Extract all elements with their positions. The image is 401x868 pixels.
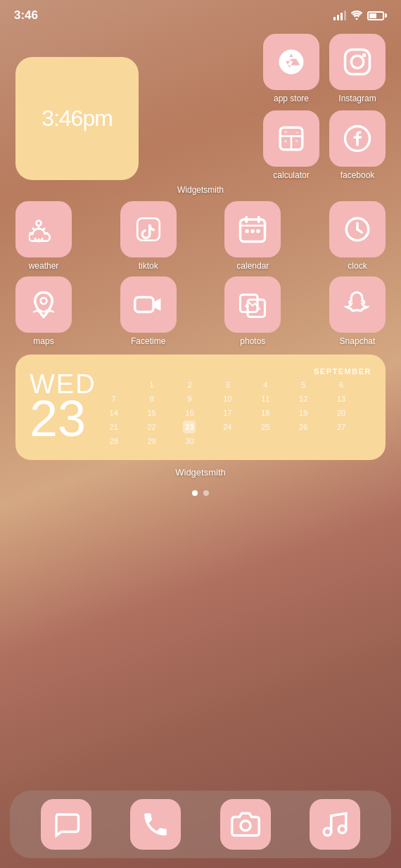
svg-rect-28 (248, 300, 265, 317)
page-dot-1[interactable] (192, 490, 198, 496)
cal-day-12: 12 (297, 392, 310, 405)
cal-day-18: 18 (259, 407, 272, 419)
cal-day-6: 6 (335, 378, 348, 391)
cal-day-1: 1 (146, 378, 158, 391)
cal-day-15: 15 (146, 407, 158, 419)
app-item-maps[interactable]: maps (15, 276, 72, 346)
widgetsmith-large[interactable]: 3:46pm (15, 57, 139, 180)
svg-rect-1 (345, 50, 370, 75)
cal-day-24: 24 (221, 421, 234, 433)
svg-point-24 (356, 228, 359, 231)
home-screen: 3:46pm app store (0, 27, 401, 786)
cal-day-9: 9 (183, 392, 196, 405)
widgetsmith-calendar[interactable]: WED 23 SEPTEMBER 12345678910111213141516… (15, 355, 386, 460)
svg-point-3 (362, 53, 366, 57)
calendar-icon-bg (224, 201, 281, 257)
tiktok-icon-bg (120, 201, 177, 257)
cal-day-30: 30 (183, 435, 196, 447)
svg-rect-18 (246, 229, 249, 233)
svg-rect-26 (134, 298, 153, 312)
cal-day-4: 4 (259, 378, 272, 391)
app-item-snapchat[interactable]: Snapchat (329, 276, 386, 346)
phone-icon-bg (130, 799, 181, 850)
svg-point-30 (324, 828, 332, 836)
status-icons (333, 10, 387, 22)
calendar-label: calendar (236, 261, 269, 271)
svg-point-2 (351, 56, 364, 68)
cal-day-23: 23 (183, 421, 196, 433)
cal-day-13: 13 (335, 392, 348, 405)
cal-right: SEPTEMBER 123456789101112131415161718192… (108, 367, 371, 447)
clock-label: clock (348, 261, 367, 271)
app-item-clock[interactable]: clock (329, 201, 386, 271)
cal-grid: 1234567891011121314151617181920212223242… (108, 378, 371, 447)
cal-empty (108, 378, 120, 391)
maps-label: maps (33, 336, 53, 346)
svg-text:−: − (295, 129, 298, 136)
cal-date: 23 (30, 393, 96, 444)
app-row-1: app store Instagram (148, 34, 386, 103)
row-1: 3:46pm app store (15, 34, 386, 180)
row-4: maps Facetime (15, 276, 386, 346)
widget-time: 3:46pm (42, 106, 113, 132)
cal-day-8: 8 (146, 392, 158, 405)
cal-day-28: 28 (108, 435, 120, 447)
cal-day-16: 16 (183, 407, 196, 419)
svg-point-0 (356, 18, 358, 20)
dock-music[interactable] (310, 799, 360, 850)
photos-label: photos (240, 336, 265, 346)
status-bar: 3:46 (0, 0, 401, 27)
cal-day-26: 26 (297, 421, 310, 433)
cal-day-10: 10 (221, 392, 234, 405)
app-item-weather[interactable]: weather (15, 201, 72, 271)
app-item-facebook[interactable]: facebook (329, 110, 386, 180)
cal-day-3: 3 (221, 378, 234, 391)
dock-camera[interactable] (220, 799, 271, 850)
calculator-icon-bg: + − × ÷ (263, 110, 319, 167)
svg-point-12 (37, 221, 42, 226)
status-time: 3:46 (14, 8, 38, 23)
weather-icon-bg (15, 201, 72, 257)
facetime-label: Facetime (131, 336, 165, 346)
cal-day-25: 25 (259, 421, 272, 433)
app-item-calendar[interactable]: calendar (224, 201, 281, 271)
cal-day-7: 7 (108, 392, 120, 405)
cal-month: SEPTEMBER (108, 367, 371, 376)
app-item-tiktok[interactable]: tiktok (120, 201, 177, 271)
svg-text:×: × (284, 138, 288, 145)
dock (10, 791, 391, 858)
signal-icon (333, 11, 346, 20)
app-item-calculator[interactable]: + − × ÷ calculator (263, 110, 319, 180)
calculator-label: calculator (273, 170, 309, 180)
dock-phone[interactable] (130, 799, 181, 850)
calendar-widget-label: Widgetsmith (15, 467, 386, 478)
svg-rect-20 (257, 229, 260, 233)
camera-icon-bg (220, 799, 271, 850)
cal-day-19: 19 (297, 407, 310, 419)
cal-day-14: 14 (108, 407, 120, 419)
clock-icon-bg (329, 201, 386, 257)
dock-messages[interactable] (41, 799, 91, 850)
messages-icon-bg (41, 799, 91, 850)
app-col-1: app store Instagram (148, 34, 386, 180)
wifi-icon (350, 10, 363, 22)
app-item-appstore[interactable]: app store (263, 34, 319, 103)
app-item-instagram[interactable]: Instagram (329, 34, 386, 103)
page-dot-2[interactable] (203, 490, 209, 496)
photos-icon-bg (224, 276, 281, 333)
svg-point-31 (339, 826, 347, 834)
cal-left: WED 23 (30, 367, 96, 447)
svg-point-25 (41, 298, 47, 304)
app-item-facetime[interactable]: Facetime (120, 276, 177, 346)
svg-rect-19 (251, 229, 255, 233)
svg-point-29 (241, 821, 250, 831)
app-item-photos[interactable]: photos (224, 276, 281, 346)
instagram-label: Instagram (338, 94, 376, 103)
app-row-2: + − × ÷ calculator (148, 110, 386, 180)
facebook-icon-bg (329, 110, 386, 167)
svg-text:+: + (284, 129, 288, 136)
cal-day-22: 22 (146, 421, 158, 433)
appstore-icon-bg (263, 34, 319, 90)
cal-day-20: 20 (335, 407, 348, 419)
cal-day-11: 11 (259, 392, 272, 405)
